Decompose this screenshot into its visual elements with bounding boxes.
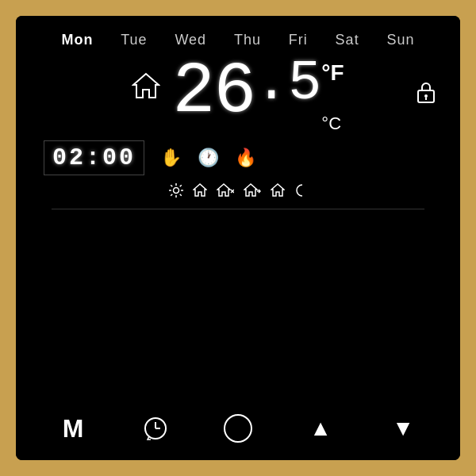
schedule-row xyxy=(40,179,436,205)
clock-mode-icon: 🕐 xyxy=(198,148,219,168)
temperature-main: 26 .5 °F °C xyxy=(172,56,344,134)
clock-icon xyxy=(143,416,168,441)
divider-line xyxy=(52,209,424,209)
schedule-away-icon xyxy=(217,183,234,201)
temp-decimal: .5 xyxy=(255,56,321,112)
svg-line-12 xyxy=(180,185,182,186)
svg-marker-0 xyxy=(133,74,159,98)
down-button[interactable] xyxy=(383,409,423,448)
schedule-home-wake-icon xyxy=(193,183,207,201)
day-thu: Thu xyxy=(234,32,261,48)
info-row: 02:00 ✋ 🕐 🔥 xyxy=(40,140,436,175)
svg-marker-14 xyxy=(194,184,206,196)
svg-point-3 xyxy=(424,94,428,98)
thermostat-device: Mon Tue Wed Thu Fri Sat Sun 26 .5 °F xyxy=(16,16,460,460)
svg-marker-15 xyxy=(217,184,230,196)
heat-mode-icon: 🔥 xyxy=(235,148,256,168)
time-display: 02:00 xyxy=(44,140,144,175)
schedule-return-icon xyxy=(244,183,261,201)
schedule-button[interactable] xyxy=(136,409,175,448)
time-value: 02:00 xyxy=(52,144,136,171)
manual-mode-icon: ✋ xyxy=(160,148,182,168)
svg-point-5 xyxy=(174,188,179,194)
day-sun: Sun xyxy=(386,32,414,48)
schedule-sun-icon xyxy=(169,183,183,201)
temperature-area: 26 .5 °F °C xyxy=(40,56,436,134)
day-sat: Sat xyxy=(336,32,359,48)
home-icon xyxy=(132,72,160,106)
svg-line-13 xyxy=(171,194,172,196)
button-row: M xyxy=(16,397,460,460)
day-wed: Wed xyxy=(175,32,206,48)
celsius-unit: °C xyxy=(321,113,341,134)
m-button[interactable]: M xyxy=(53,409,93,448)
schedule-moon-icon xyxy=(294,183,307,201)
thermostat-screen: Mon Tue Wed Thu Fri Sat Sun 26 .5 °F xyxy=(16,16,460,397)
temp-units: °F °C xyxy=(321,60,344,134)
mode-icons: ✋ 🕐 🔥 xyxy=(160,148,256,168)
lock-icon xyxy=(416,80,436,109)
day-tue: Tue xyxy=(121,32,147,48)
up-button[interactable] xyxy=(301,409,340,448)
power-button[interactable] xyxy=(218,409,258,448)
temp-whole: 26 xyxy=(172,56,255,128)
svg-marker-20 xyxy=(271,184,284,196)
circle-icon xyxy=(224,414,252,443)
svg-line-10 xyxy=(171,185,172,186)
m-button-label: M xyxy=(63,414,84,443)
schedule-home-night-icon xyxy=(271,183,285,201)
svg-marker-18 xyxy=(244,184,257,196)
days-row: Mon Tue Wed Thu Fri Sat Sun xyxy=(40,32,436,48)
day-mon: Mon xyxy=(61,32,93,48)
fahrenheit-unit: °F xyxy=(321,60,344,86)
day-fri: Fri xyxy=(289,32,308,48)
svg-line-11 xyxy=(180,194,182,196)
